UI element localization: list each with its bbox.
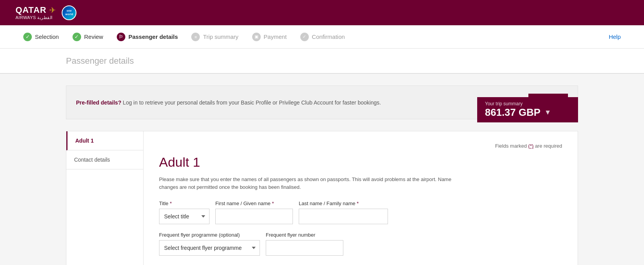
form-area: Adult 1 Contact details Fields marked (*… bbox=[66, 131, 578, 265]
lastname-input[interactable] bbox=[299, 209, 388, 224]
form-panel: Fields marked (*) are required Adult 1 P… bbox=[144, 131, 578, 265]
page-header-section: Passenger details Your trip summary 861.… bbox=[0, 49, 644, 74]
check-icon-selection: ✓ bbox=[23, 33, 32, 41]
step-review[interactable]: ✓ Review bbox=[73, 33, 103, 41]
step-passenger-details[interactable]: ⚐ Passenger details bbox=[117, 33, 178, 41]
sidebar-nav: Adult 1 Contact details bbox=[66, 131, 144, 265]
trip-summary-label: Your trip summary bbox=[485, 101, 570, 106]
progress-steps: ✓ Selection ✓ Review ⚐ Passenger details… bbox=[23, 33, 345, 41]
help-link[interactable]: Help bbox=[609, 33, 621, 40]
name-form-row: Title * Select title Mr Mrs Ms Miss Dr F… bbox=[159, 200, 562, 224]
title-group: Title * Select title Mr Mrs Ms Miss Dr bbox=[159, 200, 209, 224]
required-note: Fields marked (*) are required bbox=[159, 143, 562, 149]
card-icon-payment: ▣ bbox=[252, 33, 261, 41]
plane-icon: ✈ bbox=[49, 6, 56, 14]
ffp-form-row: Frequent flyer programme (optional) Sele… bbox=[159, 232, 562, 256]
step-label-passenger: Passenger details bbox=[128, 33, 178, 40]
step-label-confirmation: Confirmation bbox=[312, 33, 345, 40]
prefilled-text: Pre-filled details? Log in to retrieve y… bbox=[76, 99, 381, 106]
site-header: QATAR ✈ AIRWAYS القطرية oneworld bbox=[0, 0, 644, 25]
trip-summary-bar[interactable]: Your trip summary 861.37 GBP ▼ bbox=[477, 97, 578, 122]
chevron-down-icon: ▼ bbox=[544, 108, 551, 117]
step-confirmation[interactable]: ✓ Confirmation bbox=[300, 33, 345, 41]
sidebar-contact-label: Contact details bbox=[74, 157, 110, 163]
section-title: Adult 1 bbox=[159, 155, 562, 170]
firstname-input[interactable] bbox=[215, 209, 293, 224]
airline-subtext: AIRWAYS القطرية bbox=[16, 15, 56, 20]
title-label: Title * bbox=[159, 200, 209, 206]
lastname-label: Last name / Family name * bbox=[299, 200, 388, 206]
ffn-group: Frequent flyer number bbox=[266, 232, 343, 256]
check-icon-confirmation: ✓ bbox=[300, 33, 309, 41]
firstname-required-marker: * bbox=[272, 200, 274, 206]
page-title: Passenger details bbox=[66, 56, 134, 66]
list-icon-trip: ≡ bbox=[191, 33, 200, 41]
required-star: (*) bbox=[528, 143, 534, 149]
step-label-trip: Trip summary bbox=[203, 33, 238, 40]
qatar-logo: QATAR ✈ AIRWAYS القطرية bbox=[16, 5, 56, 20]
firstname-group: First name / Given name * bbox=[215, 200, 293, 224]
lastname-required-marker: * bbox=[357, 200, 359, 206]
sidebar-item-contact[interactable]: Contact details bbox=[66, 150, 143, 169]
title-select[interactable]: Select title Mr Mrs Ms Miss Dr bbox=[159, 209, 209, 224]
oneworld-badge: oneworld bbox=[62, 5, 76, 20]
check-icon-review: ✓ bbox=[73, 33, 81, 41]
prefilled-highlight: Pre-filled details? bbox=[76, 99, 121, 106]
required-note-prefix: Fields marked bbox=[495, 143, 527, 149]
step-selection[interactable]: ✓ Selection bbox=[23, 33, 59, 41]
ffp-select[interactable]: Select frequent flyer programme Qatar Ai… bbox=[159, 240, 260, 256]
ffn-label: Frequent flyer number bbox=[266, 232, 343, 238]
ffp-label: Frequent flyer programme (optional) bbox=[159, 232, 260, 238]
step-label-payment: Payment bbox=[264, 33, 287, 40]
sidebar-item-adult1[interactable]: Adult 1 bbox=[66, 131, 143, 150]
section-description: Please make sure that you enter the name… bbox=[159, 176, 469, 191]
step-trip-summary[interactable]: ≡ Trip summary bbox=[191, 33, 238, 41]
title-required-marker: * bbox=[170, 200, 172, 206]
trip-amount-value: 861.37 GBP bbox=[485, 106, 540, 119]
logo-text-block: QATAR ✈ AIRWAYS القطرية bbox=[16, 5, 56, 20]
step-label-review: Review bbox=[84, 33, 103, 40]
progress-nav: ✓ Selection ✓ Review ⚐ Passenger details… bbox=[0, 25, 644, 49]
sidebar-adult1-label: Adult 1 bbox=[75, 138, 93, 144]
step-label-selection: Selection bbox=[35, 33, 59, 40]
required-note-suffix: are required bbox=[535, 143, 562, 149]
trip-summary-amount: 861.37 GBP ▼ bbox=[485, 106, 570, 119]
ffp-group: Frequent flyer programme (optional) Sele… bbox=[159, 232, 260, 256]
logo-area: QATAR ✈ AIRWAYS القطرية oneworld bbox=[16, 5, 76, 20]
firstname-label: First name / Given name * bbox=[215, 200, 293, 206]
step-payment[interactable]: ▣ Payment bbox=[252, 33, 287, 41]
person-icon-passenger: ⚐ bbox=[117, 33, 125, 41]
oneworld-label: oneworld bbox=[65, 9, 73, 16]
airline-name: QATAR bbox=[16, 5, 47, 15]
lastname-group: Last name / Family name * bbox=[299, 200, 388, 224]
ffn-input[interactable] bbox=[266, 240, 343, 256]
prefilled-body: Log in to retrieve your personal details… bbox=[123, 99, 381, 106]
